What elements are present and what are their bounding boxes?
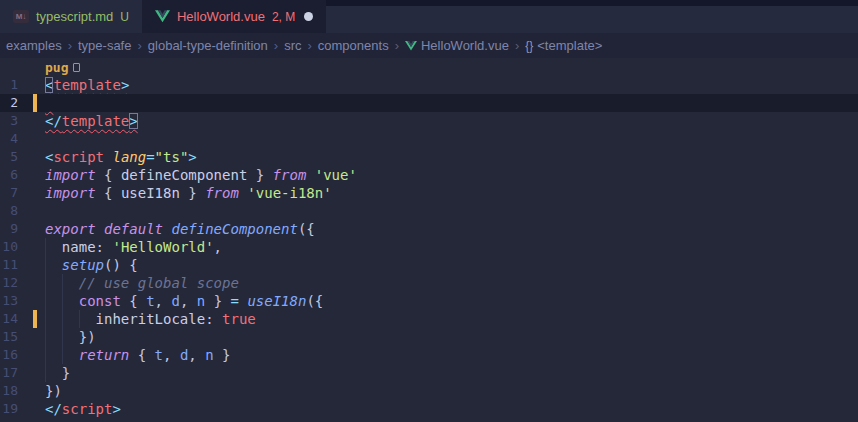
line-number: 2 xyxy=(10,94,18,112)
breadcrumb-item[interactable]: components xyxy=(316,38,391,53)
code-line-content[interactable]: <script lang="ts"> xyxy=(45,148,858,166)
gutter-cell[interactable]: 12 xyxy=(0,274,45,292)
code-line-content[interactable]: }) xyxy=(45,328,858,346)
code-line-content[interactable]: import { defineComponent } from 'vue' xyxy=(45,166,858,184)
gutter-cell[interactable]: 16 xyxy=(0,346,45,364)
code-line-content[interactable]: <template> xyxy=(45,76,858,94)
code-token xyxy=(129,347,137,363)
editor-line: 2 xyxy=(0,94,858,112)
code-editor[interactable]: pug1<template>2 3</template>45<script la… xyxy=(0,58,858,422)
code-token: }) xyxy=(79,329,96,345)
gutter-cell[interactable]: 4 xyxy=(0,130,45,148)
tab-filename: HelloWorld.vue xyxy=(177,9,265,24)
gutter-cell[interactable]: 6 xyxy=(0,166,45,184)
code-line-content[interactable]: return { t, d, n } xyxy=(45,346,858,364)
code-token: , xyxy=(180,293,197,309)
gutter-cell[interactable]: 15 xyxy=(0,328,45,346)
code-line-content[interactable]: import { useI18n } from 'vue-i18n' xyxy=(45,184,858,202)
code-token: n xyxy=(197,293,205,309)
indent-guide xyxy=(62,292,63,310)
gutter-cell[interactable]: 1 xyxy=(0,76,45,94)
inlay-checkbox-icon[interactable] xyxy=(73,63,80,72)
gutter-cell[interactable]: 2 xyxy=(0,94,45,112)
code-token: script xyxy=(62,401,113,417)
code-token: 'vue-i18n' xyxy=(247,185,331,201)
gutter-cell[interactable]: 19 xyxy=(0,400,45,418)
gutter-cell[interactable]: 17 xyxy=(0,364,45,382)
breadcrumb: examples›type-safe›global-type-definitio… xyxy=(0,33,858,58)
code-line-content[interactable]: inheritLocale: true xyxy=(45,310,858,328)
gutter-cell[interactable]: 7 xyxy=(0,184,45,202)
tab-helloworld-vue[interactable]: HelloWorld.vue 2, M xyxy=(142,0,326,33)
indent-guide xyxy=(45,346,46,364)
code-line-content[interactable]: const { t, d, n } = useI18n({ xyxy=(45,292,858,310)
breadcrumb-item[interactable]: HelloWorld.vue xyxy=(403,38,511,53)
code-token: t xyxy=(155,347,163,363)
code-line-content[interactable] xyxy=(45,202,858,220)
gutter-cell[interactable]: 13 xyxy=(0,292,45,310)
matching-bracket-highlight: > xyxy=(129,113,137,129)
gutter-cell[interactable] xyxy=(0,58,45,76)
code-line-content[interactable]: </template> xyxy=(45,112,858,130)
tab-bar-empty-space xyxy=(326,6,858,33)
breadcrumb-item[interactable]: global-type-definition xyxy=(146,38,270,53)
code-line-content[interactable]: }) xyxy=(45,382,858,400)
line-number: 19 xyxy=(2,400,18,418)
breadcrumb-item[interactable]: src xyxy=(282,38,303,53)
code-line-content[interactable]: setup() { xyxy=(45,256,858,274)
pug-convert-hint[interactable]: pug xyxy=(45,60,68,75)
line-number: 14 xyxy=(2,310,18,328)
git-modified-marker[interactable] xyxy=(33,310,37,328)
code-token: = xyxy=(146,149,154,165)
gutter-cell[interactable]: 9 xyxy=(0,220,45,238)
code-token: , xyxy=(214,239,222,255)
editor-line: 19</script> xyxy=(0,400,858,418)
code-token: "ts" xyxy=(155,149,189,165)
git-modified-marker[interactable] xyxy=(33,94,37,112)
editor-line: 6import { defineComponent } from 'vue' xyxy=(0,166,858,184)
code-line-content[interactable]: </script> xyxy=(45,400,858,418)
code-line-content[interactable]: export default defineComponent({ xyxy=(45,220,858,238)
breadcrumb-item[interactable]: type-safe xyxy=(76,38,133,53)
code-token: </ xyxy=(45,401,62,417)
tab-typescript-md[interactable]: M↓ typescript.md U xyxy=(0,0,142,33)
line-number: 1 xyxy=(10,76,18,94)
code-token: defineComponent xyxy=(171,221,297,237)
editor-line: 15 }) xyxy=(0,328,858,346)
indent-guide xyxy=(45,238,46,256)
code-line-content[interactable] xyxy=(45,130,858,148)
editor-line: 5<script lang="ts"> xyxy=(0,148,858,166)
code-line-content[interactable] xyxy=(45,94,858,112)
gutter-cell[interactable]: 10 xyxy=(0,238,45,256)
editor-line: 12 // use global scope xyxy=(0,274,858,292)
gutter-cell[interactable]: 8 xyxy=(0,202,45,220)
code-line-content[interactable]: name: 'HelloWorld', xyxy=(45,238,858,256)
gutter-cell[interactable]: 18 xyxy=(0,382,45,400)
code-token xyxy=(45,311,96,327)
unsaved-changes-icon[interactable] xyxy=(304,12,313,21)
breadcrumb-item[interactable]: {}<template> xyxy=(523,38,604,53)
code-token: useI18n xyxy=(247,293,306,309)
code-token: d xyxy=(171,293,179,309)
editor-line: 13 const { t, d, n } = useI18n({ xyxy=(0,292,858,310)
gutter-cell[interactable]: 11 xyxy=(0,256,45,274)
code-line-content[interactable]: } xyxy=(45,364,858,382)
code-token: 'vue' xyxy=(315,167,357,183)
code-token: // use global scope xyxy=(79,275,239,291)
code-token: : xyxy=(205,311,213,327)
gutter-cell[interactable]: 14 xyxy=(0,310,45,328)
gutter-cell[interactable]: 3 xyxy=(0,112,45,130)
gutter-cell[interactable]: 5 xyxy=(0,148,45,166)
editor-line: 4 xyxy=(0,130,858,148)
code-token: template xyxy=(53,77,120,93)
code-line-content[interactable]: // use global scope xyxy=(45,274,858,292)
chevron-right-icon: › xyxy=(303,38,315,53)
code-token: : xyxy=(96,239,104,255)
code-token: { xyxy=(96,185,121,201)
code-token: t xyxy=(146,293,154,309)
breadcrumb-item[interactable]: examples xyxy=(4,38,64,53)
line-number: 15 xyxy=(2,328,18,346)
problems-git-badge: 2, M xyxy=(272,10,295,24)
indent-guide xyxy=(62,310,63,328)
code-line-content[interactable]: pug xyxy=(45,58,858,76)
